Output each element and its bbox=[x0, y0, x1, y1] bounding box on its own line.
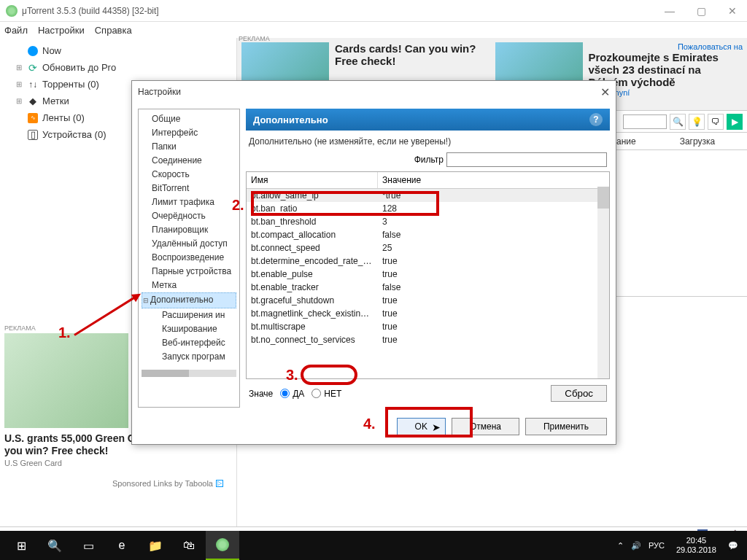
down-arrow-icon: ↑↓ bbox=[28, 79, 38, 90]
help-icon[interactable]: ? bbox=[589, 113, 603, 126]
tree-node[interactable]: Запуск програм bbox=[142, 350, 236, 364]
setting-row[interactable]: bt.no_connect_to_servicestrue bbox=[247, 333, 609, 346]
window-title: μTorrent 3.5.3 (build 44358) [32-bit] bbox=[22, 6, 660, 16]
tree-node[interactable]: Воспроизведение bbox=[142, 251, 236, 265]
sidebar-item-upgrade[interactable]: ⊞ ⟳ Обновить до Pro bbox=[0, 59, 236, 76]
dialog-close-button[interactable]: ✕ bbox=[600, 85, 610, 99]
sidebar-item-now[interactable]: Now bbox=[0, 42, 236, 59]
setting-row[interactable]: bt.allow_same_ip*true bbox=[247, 189, 609, 202]
edge-button[interactable]: e bbox=[105, 531, 139, 560]
tree-node[interactable]: Удалённый доступ bbox=[142, 237, 236, 251]
tree-node[interactable]: Планировщик bbox=[142, 223, 236, 237]
value-no-radio[interactable]: НЕТ bbox=[311, 389, 341, 399]
search-button[interactable]: 🔍 bbox=[38, 531, 71, 560]
filter-input[interactable] bbox=[446, 152, 607, 167]
tree-node[interactable]: Соединение bbox=[142, 154, 236, 168]
close-button[interactable]: ✕ bbox=[724, 5, 741, 17]
tag-icon: ◆ bbox=[28, 96, 38, 106]
search-input[interactable] bbox=[623, 114, 667, 129]
menubar: Файл Настройки Справка bbox=[0, 22, 747, 38]
tree-node[interactable]: Метка bbox=[142, 279, 236, 292]
search-button[interactable]: 🔍 bbox=[670, 114, 686, 130]
tree-node[interactable]: Веб-интерфейс bbox=[142, 336, 236, 350]
tree-node-advanced[interactable]: ⊟Дополнительно bbox=[142, 292, 236, 308]
ad-label: РЕКЛАМА bbox=[239, 35, 270, 42]
apply-button[interactable]: Применить bbox=[525, 418, 607, 435]
tray-notifications-icon[interactable]: 💬 bbox=[728, 541, 738, 551]
tree-node[interactable]: Папки bbox=[142, 140, 236, 154]
sidebar-label: Обновить до Pro bbox=[42, 62, 116, 73]
tree-node[interactable]: Очерёдность bbox=[142, 209, 236, 223]
sidebar-label: Метки bbox=[42, 96, 69, 106]
setting-row[interactable]: bt.compact_allocationfalse bbox=[247, 228, 609, 241]
taskview-button[interactable]: ▭ bbox=[71, 531, 105, 560]
ad-subtitle: U.S Green Card bbox=[4, 459, 223, 467]
tree-node[interactable]: Расширения ин bbox=[142, 308, 236, 322]
start-button[interactable]: ⊞ bbox=[4, 531, 38, 560]
tree-node[interactable]: Кэширование bbox=[142, 322, 236, 336]
setting-row[interactable]: bt.multiscrapetrue bbox=[247, 320, 609, 333]
reset-button[interactable]: Сброс bbox=[551, 385, 607, 402]
tree-node[interactable]: Интерфейс bbox=[142, 126, 236, 140]
sidebar-label: Устройства (0) bbox=[42, 129, 107, 140]
store-button[interactable]: 🛍 bbox=[172, 531, 206, 560]
ok-button[interactable]: OK➤ bbox=[397, 418, 446, 435]
setting-row[interactable]: bt.determine_encoded_rate_fo...true bbox=[247, 254, 609, 268]
setting-row[interactable]: bt.ban_threshold3 bbox=[247, 215, 609, 228]
sidebar-label: Торренты (0) bbox=[42, 79, 99, 90]
tree-node[interactable]: Скорость bbox=[142, 168, 236, 182]
tray-clock[interactable]: 20:45 29.03.2018 bbox=[672, 536, 721, 555]
tree-node[interactable]: Общие bbox=[142, 112, 236, 126]
setting-row[interactable]: bt.enable_trackerfalse bbox=[247, 281, 609, 294]
expand-icon[interactable]: ⊞ bbox=[15, 63, 23, 71]
minimize-button[interactable]: — bbox=[660, 5, 679, 17]
tree-node[interactable]: Парные устройства bbox=[142, 265, 236, 279]
cursor-icon: ➤ bbox=[432, 421, 441, 433]
column-value[interactable]: Значение bbox=[378, 172, 609, 188]
column-download[interactable]: Загрузка bbox=[680, 136, 716, 147]
grid-scrollbar[interactable] bbox=[597, 187, 609, 378]
remote-button[interactable]: 🗨 bbox=[708, 114, 724, 130]
dialog-titlebar: Настройки ✕ bbox=[132, 81, 616, 103]
menu-settings[interactable]: Настройки bbox=[38, 25, 85, 36]
tree-scrollbar[interactable] bbox=[142, 370, 236, 377]
maximize-button[interactable]: ▢ bbox=[692, 5, 711, 17]
setting-row[interactable]: bt.ban_ratio128 bbox=[247, 202, 609, 215]
value-yes-radio[interactable]: ДА bbox=[280, 389, 304, 399]
advanced-warning: Дополнительно (не изменяйте, если не уве… bbox=[246, 131, 610, 152]
utorrent-taskbar-button[interactable] bbox=[206, 531, 239, 560]
tray-volume-icon[interactable]: 🔊 bbox=[631, 541, 641, 551]
device-icon: ▯ bbox=[28, 130, 38, 140]
settings-tree: Общие Интерфейс Папки Соединение Скорост… bbox=[138, 109, 240, 408]
menu-file[interactable]: Файл bbox=[4, 25, 28, 36]
lightbulb-button[interactable]: 💡 bbox=[689, 114, 705, 130]
setting-row[interactable]: bt.enable_pulsetrue bbox=[247, 268, 609, 281]
column-status[interactable]: ание bbox=[616, 136, 636, 147]
sidebar-label: Ленты (0) bbox=[42, 112, 85, 123]
ad-image bbox=[4, 333, 128, 428]
tree-node[interactable]: Лимит трафика bbox=[142, 195, 236, 209]
setting-row[interactable]: bt.magnetlink_check_existing_...true bbox=[247, 307, 609, 320]
dialog-title: Настройки bbox=[138, 87, 181, 97]
ad-complaint-link[interactable]: Пожаловаться на bbox=[589, 42, 743, 51]
refresh-icon: ⟳ bbox=[28, 63, 38, 73]
settings-dialog: Настройки ✕ Общие Интерфейс Папки Соедин… bbox=[131, 80, 616, 445]
explorer-button[interactable]: 📁 bbox=[139, 531, 172, 560]
setting-row[interactable]: bt.connect_speed25 bbox=[247, 241, 609, 254]
setting-row[interactable]: bt.graceful_shutdowntrue bbox=[247, 294, 609, 307]
collapse-icon[interactable]: ⊟ bbox=[143, 295, 150, 307]
expand-icon[interactable]: ⊞ bbox=[15, 80, 23, 88]
tray-chevron-icon[interactable]: ⌃ bbox=[617, 541, 624, 551]
taboola-icon: ▷ bbox=[216, 480, 223, 487]
tree-node[interactable]: BitTorrent bbox=[142, 182, 236, 195]
column-name[interactable]: Имя bbox=[247, 172, 378, 188]
tray-language[interactable]: РУС bbox=[649, 541, 665, 550]
menu-help[interactable]: Справка bbox=[95, 25, 132, 36]
panel-header: Дополнительно ? bbox=[246, 109, 610, 131]
expand-icon[interactable]: ⊞ bbox=[15, 97, 23, 105]
utorrent-icon bbox=[6, 5, 18, 17]
action-button[interactable]: ▶ bbox=[727, 114, 743, 130]
ad-sponsored: Sponsored Links by Taboola ▷ bbox=[4, 479, 223, 488]
window-titlebar: μTorrent 3.5.3 (build 44358) [32-bit] — … bbox=[0, 0, 747, 22]
cancel-button[interactable]: Отмена bbox=[452, 418, 519, 435]
